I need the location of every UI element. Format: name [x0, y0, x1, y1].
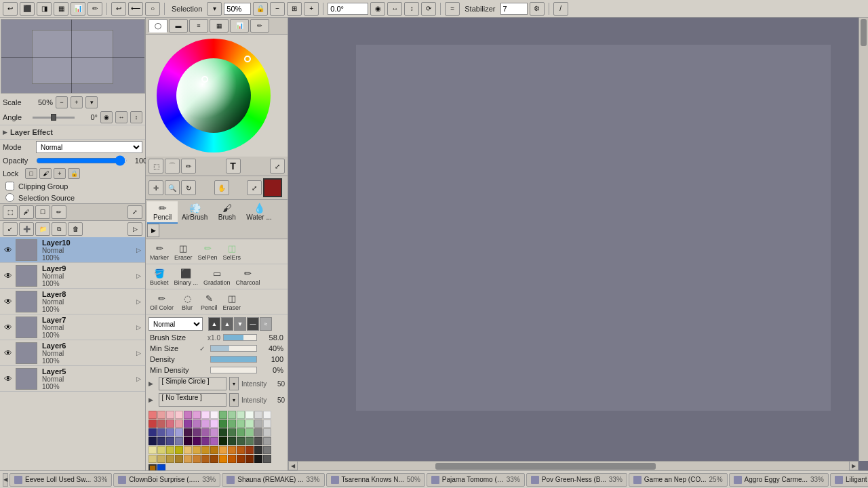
- tabs-left-arrow[interactable]: ◀: [3, 473, 8, 487]
- swatch[interactable]: [193, 411, 201, 419]
- swatch[interactable]: [228, 428, 236, 436]
- brush-sub-charcoal[interactable]: ✏ Charcoal: [235, 266, 262, 287]
- angle-reset-btn[interactable]: ⟳: [421, 2, 436, 16]
- angle-lock-btn[interactable]: ◉: [370, 2, 385, 16]
- toolbar-rotate-btn[interactable]: ○: [145, 2, 160, 16]
- swatch[interactable]: [166, 428, 174, 436]
- scale-options-btn[interactable]: ▾: [85, 96, 98, 108]
- swatch[interactable]: [184, 437, 192, 445]
- simple-circle-arrow[interactable]: ▾: [229, 377, 239, 390]
- mode-select[interactable]: Normal Multiply Screen: [36, 141, 142, 153]
- doc-tab-6[interactable]: Game an Nep (CO... 25%: [629, 473, 728, 487]
- swatch[interactable]: [263, 455, 271, 463]
- density-bar[interactable]: [210, 356, 257, 363]
- brush-mode-peak[interactable]: ▲: [221, 317, 233, 331]
- hscroll-bar[interactable]: [298, 461, 849, 470]
- active-color-swatch[interactable]: [263, 178, 282, 197]
- clipping-group-check[interactable]: [5, 182, 14, 190]
- layer-right-btn[interactable]: ▷: [127, 222, 142, 236]
- swatch[interactable]: [210, 420, 218, 428]
- selection-source-radio[interactable]: [5, 193, 14, 202]
- swatch[interactable]: [228, 411, 236, 419]
- swatch[interactable]: [149, 455, 157, 463]
- color-tab-eye[interactable]: ✏: [250, 19, 269, 33]
- zoom-input[interactable]: [224, 3, 251, 15]
- swatch[interactable]: [175, 455, 183, 463]
- brush-sub-marker[interactable]: ✏ Marker: [149, 241, 170, 262]
- stabilizer-input[interactable]: [500, 3, 528, 15]
- brush-tab-pencil[interactable]: ✏ Pencil: [147, 201, 178, 224]
- brush-sub-binary[interactable]: ⬛ Binary ...: [173, 266, 200, 287]
- swatch[interactable]: [175, 420, 183, 428]
- brush-tab-brush[interactable]: 🖌 Brush: [212, 201, 242, 224]
- swatch[interactable]: [193, 420, 201, 428]
- doc-tab-4[interactable]: Pajama Tomomo (… 33%: [427, 473, 525, 487]
- swatch[interactable]: [193, 437, 201, 445]
- doc-tab-0[interactable]: Eevee Loll Used Sw... 33%: [9, 473, 112, 487]
- no-texture-dropdown[interactable]: [ No Texture ]: [159, 393, 226, 407]
- swatch[interactable]: [263, 446, 271, 454]
- swatch[interactable]: [149, 411, 157, 419]
- swatch[interactable]: [254, 428, 262, 436]
- layer-eye-icon[interactable]: 👁: [3, 245, 14, 255]
- shape-pen-tool[interactable]: ✏: [181, 159, 196, 174]
- swatch[interactable]: [210, 446, 218, 454]
- swatch[interactable]: [184, 411, 192, 419]
- brush-sub-selers[interactable]: ◫ SelErs: [222, 241, 243, 262]
- hscroll-thumb[interactable]: [435, 463, 656, 470]
- brush-tabs-more-btn[interactable]: ▶: [147, 224, 159, 237]
- swatch[interactable]: [254, 446, 262, 454]
- swatch[interactable]: [254, 437, 262, 445]
- doc-tab-5[interactable]: Pov Green-Ness (B... 33%: [526, 473, 627, 487]
- swatch[interactable]: [184, 455, 192, 463]
- color-tab-list[interactable]: ≡: [189, 19, 208, 33]
- layer-expand-icon[interactable]: ▷: [134, 272, 142, 279]
- brush-mode-select[interactable]: Normal: [149, 317, 203, 331]
- swatch[interactable]: [184, 446, 192, 454]
- swatch[interactable]: [219, 428, 227, 436]
- layer-duplicate-btn[interactable]: ⧉: [52, 222, 66, 236]
- swatch[interactable]: [193, 446, 201, 454]
- layer-expand-icon[interactable]: ▷: [134, 350, 142, 357]
- swatch[interactable]: [263, 420, 271, 428]
- toolbar-extra-btn[interactable]: /: [553, 2, 568, 16]
- swatch[interactable]: [184, 420, 192, 428]
- layer-expand-icon[interactable]: ▷: [134, 298, 142, 305]
- swatch[interactable]: [210, 437, 218, 445]
- brush-tab-airbrush[interactable]: 💨 AirBrush: [178, 201, 212, 224]
- layer-text-btn[interactable]: ✏: [52, 205, 66, 219]
- swatch[interactable]: [201, 437, 210, 445]
- layer-expand-icon[interactable]: ▷: [134, 247, 142, 253]
- angle-slider[interactable]: [33, 117, 75, 119]
- angle-input[interactable]: [328, 3, 368, 15]
- swatch[interactable]: [193, 428, 201, 436]
- angle-flip-h-btn[interactable]: ↔: [115, 111, 127, 123]
- toolbar-arrow-btn[interactable]: ↩: [111, 2, 126, 16]
- swatch[interactable]: [149, 437, 157, 445]
- swatch[interactable]: [245, 437, 254, 445]
- swatch[interactable]: [201, 420, 210, 428]
- swatch[interactable]: [254, 455, 262, 463]
- shape-T-tool[interactable]: T: [226, 159, 241, 174]
- zoom-minus-btn[interactable]: −: [270, 2, 285, 16]
- no-texture-expand[interactable]: ▶: [149, 396, 156, 403]
- swatch[interactable]: [157, 464, 165, 470]
- swatch[interactable]: [254, 411, 262, 419]
- lock-transparent-btn[interactable]: □: [25, 168, 37, 179]
- swatch[interactable]: [219, 411, 227, 419]
- shape-lasso-tool[interactable]: ⌒: [165, 159, 180, 174]
- brush-sub-eraser2[interactable]: ◫ Eraser: [222, 291, 243, 312]
- layer-item[interactable]: 👁 Layer7 Normal 100% ▷: [0, 314, 145, 340]
- layer-eye-icon[interactable]: 👁: [3, 323, 14, 332]
- swatch[interactable]: [228, 437, 236, 445]
- swatch[interactable]: [219, 437, 227, 445]
- swatch[interactable]: [157, 446, 165, 454]
- scale-minus-btn[interactable]: −: [56, 96, 68, 108]
- color-tab-sliders[interactable]: ▬: [169, 19, 188, 33]
- lock-all-btn[interactable]: 🔒: [68, 168, 80, 179]
- swatch[interactable]: [175, 437, 183, 445]
- no-texture-arrow[interactable]: ▾: [229, 393, 239, 407]
- brush-mode-up[interactable]: ▲: [208, 317, 220, 331]
- layer-item[interactable]: 👁 Layer5 Normal 100% ▷: [0, 366, 145, 392]
- layer-eyedrop-btn[interactable]: 🖋: [19, 205, 34, 219]
